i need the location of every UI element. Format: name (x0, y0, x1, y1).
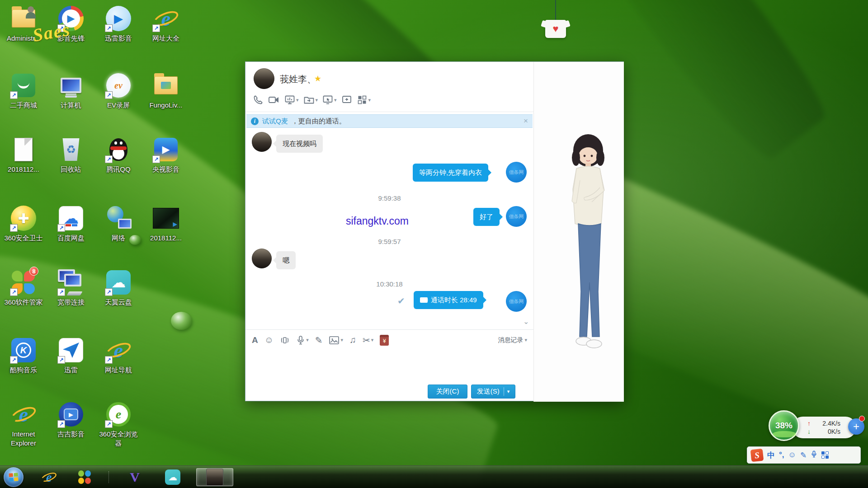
taskbar-ie[interactable]: e (35, 468, 62, 486)
ime-toolbox-icon[interactable] (821, 451, 829, 459)
close-chat-button[interactable]: 关闭(C) (428, 385, 467, 399)
vip-star-icon: ★ (314, 74, 321, 84)
ie-icon: e↗ (104, 336, 132, 364)
ime-emoji-icon[interactable]: ☺ (788, 450, 796, 460)
alert-dot (859, 416, 865, 422)
desktop-icon-tianyi-yunpan[interactable]: ☁↗ 天翼云盘 (96, 268, 141, 307)
send-options-caret[interactable]: ▾ (507, 389, 510, 394)
water-drop (171, 312, 192, 330)
screenshot-button[interactable]: ✂▾ (363, 335, 373, 346)
ie-icon: e↗ (152, 5, 180, 33)
memory-usage-ball[interactable]: 38% (769, 410, 799, 441)
emoji-button[interactable]: ☺ (264, 335, 274, 345)
video-call-button[interactable] (268, 94, 280, 105)
self-message-avatar[interactable]: 借条网 (506, 162, 527, 183)
taskbar-tianyi-cloud[interactable]: ☁ (159, 468, 186, 486)
shortcut-arrow-icon: ↗ (57, 420, 65, 428)
taskbar-v-app[interactable]: V (121, 468, 148, 486)
baidu-netdisk-icon: ☁↗ (57, 204, 85, 232)
desktop-icon-xunlei-yingyin[interactable]: ▶↗ 迅雷影音 (96, 5, 141, 43)
shortcut-arrow-icon: ↗ (57, 288, 65, 296)
dialup-icon: ↗ (57, 268, 85, 296)
taskbar-active-chat[interactable] (196, 468, 233, 486)
taskbar-pinwheel-browser[interactable] (71, 468, 99, 486)
desktop-icon-360-browser[interactable]: e↗ 360安全浏览器 (96, 400, 141, 447)
red-packet-button[interactable]: ¥ (380, 335, 389, 346)
desktop-icon-360-ruanjianguanjia[interactable]: 8↗ 360软件管家 (1, 268, 46, 307)
delivered-check-icon: ✔ (397, 296, 405, 306)
caret-down-icon[interactable]: ▾ (296, 97, 299, 103)
handwriting-button[interactable]: ✎ (315, 335, 323, 346)
notice-close-icon[interactable]: × (524, 117, 528, 126)
desktop-icon-huishouzhan[interactable]: ♻ 回收站 (48, 136, 94, 174)
desktop-icon-360-anquanweishi[interactable]: ✚↗ 360安全卫士 (1, 204, 46, 243)
360-speed-ball-widget[interactable]: ↑2.4K/s ↓0K/s 38% + (769, 410, 864, 443)
green-shop-icon: ↗ (9, 71, 38, 99)
caret-down-icon[interactable]: ▾ (371, 337, 374, 343)
message-history-button[interactable]: 消息记录▾ (498, 336, 527, 344)
shortcut-arrow-icon: ↗ (105, 24, 113, 32)
download-arrow-icon: ↓ (807, 428, 811, 435)
self-message-avatar[interactable]: 借条网 (506, 291, 527, 312)
desktop-icon-jisuanji[interactable]: 计算机 (48, 71, 94, 110)
qq-show-panel (533, 62, 624, 402)
desktop-icon-wangzhidaquan[interactable]: e↗ 网址大全 (143, 5, 189, 43)
send-button[interactable]: 发送(S) ▾ (471, 385, 515, 399)
desktop-icon-baidu-wangpan[interactable]: ☁↗ 百度网盘 (48, 204, 94, 243)
heart-icon: ♥ (552, 23, 558, 35)
send-image-button[interactable]: ▾ (329, 335, 343, 345)
desktop-icon-wangluo[interactable]: 网络 (96, 204, 141, 243)
network-speed-pill: ↑2.4K/s ↓0K/s (792, 417, 856, 438)
desktop-icon-ev-luping[interactable]: ev↗ EV录屏 (96, 71, 141, 110)
voice-call-button[interactable] (253, 94, 264, 105)
voice-message-button[interactable]: ▾ (296, 335, 309, 345)
send-file-button[interactable]: ▾ (303, 94, 318, 105)
caret-down-icon[interactable]: ▾ (368, 97, 371, 103)
start-button[interactable] (4, 467, 24, 487)
ime-punctuation[interactable]: °, (779, 450, 784, 460)
scroll-to-bottom-icon[interactable]: ⌄ (523, 317, 529, 326)
desktop-icon-kuandailianjie[interactable]: ↗ 宽带连接 (48, 268, 94, 307)
qmic-link[interactable]: 试试Q麦 (262, 117, 288, 126)
desktop-icon-tencent-qq[interactable]: ↗ 腾讯QQ (96, 136, 141, 174)
caret-down-icon[interactable]: ▾ (334, 97, 337, 103)
desktop-icon-wangzhidaohang[interactable]: e↗ 网址导航 (96, 336, 141, 375)
screen-share-button[interactable]: ▾ (284, 94, 299, 105)
apps-grid-button[interactable]: ▾ (357, 94, 371, 105)
ime-mic-icon[interactable] (811, 450, 817, 460)
desktop-icon-xunlei[interactable]: ↗ 迅雷 (48, 336, 94, 375)
taskbar: e V ☁ S 69°C CPU温度 ☁ 10:30 2018/12/2 (0, 465, 868, 488)
360-manager-icon: 8↗ (9, 268, 38, 296)
peer-message-avatar[interactable] (252, 132, 272, 152)
caret-down-icon[interactable]: ▾ (316, 97, 318, 103)
font-style-button[interactable]: A (252, 335, 258, 345)
message-timestamp: 9:59:38 (245, 194, 533, 202)
desktop-icon-fungolive[interactable]: FungoLiv... (143, 71, 189, 110)
message-input[interactable] (245, 350, 533, 381)
desktop-icon-internet-explorer[interactable]: e Internet Explorer (1, 400, 46, 447)
caret-down-icon[interactable]: ▾ (340, 337, 343, 343)
sogou-logo[interactable]: S (750, 448, 764, 462)
tshirt-string (555, 0, 556, 21)
window-shake-button[interactable] (280, 335, 290, 345)
create-group-button[interactable] (341, 94, 352, 105)
shortcut-arrow-icon: ↗ (10, 91, 18, 99)
desktop-icon-video-2018112[interactable]: 2018112... (143, 204, 189, 243)
desktop-icon-ershoushangcheng[interactable]: ↗ 二手商城 (1, 71, 46, 110)
peer-message-avatar[interactable] (252, 249, 272, 268)
ime-chinese-mode[interactable]: 中 (767, 450, 775, 460)
caret-down-icon[interactable]: ▾ (306, 337, 309, 343)
notification-badge: 8 (29, 267, 38, 276)
ime-pencil-icon[interactable]: ✎ (800, 450, 807, 460)
tianyi-cloud-icon: ☁↗ (104, 268, 132, 296)
self-message-avatar[interactable]: 借条网 (506, 206, 527, 227)
desktop-icon-kugou-yinyue[interactable]: K↗ 酷狗音乐 (1, 336, 46, 375)
chat-peer-avatar[interactable] (254, 68, 274, 89)
desktop-icon-document-2018112[interactable]: 2018112... (1, 136, 46, 174)
desktop-icon-jiji-yingyin[interactable]: ▶↗ 吉吉影音 (48, 400, 94, 439)
music-share-button[interactable]: ♫ (349, 335, 356, 345)
desktop-icon-yangshiyingyin[interactable]: ▶↗ 央视影音 (143, 136, 189, 174)
chat-peer-name[interactable]: 莪姓李、 (280, 73, 316, 85)
sogou-ime-bar: S 中 °, ☺ ✎ (747, 446, 861, 464)
remote-desktop-button[interactable]: ▾ (322, 94, 337, 105)
